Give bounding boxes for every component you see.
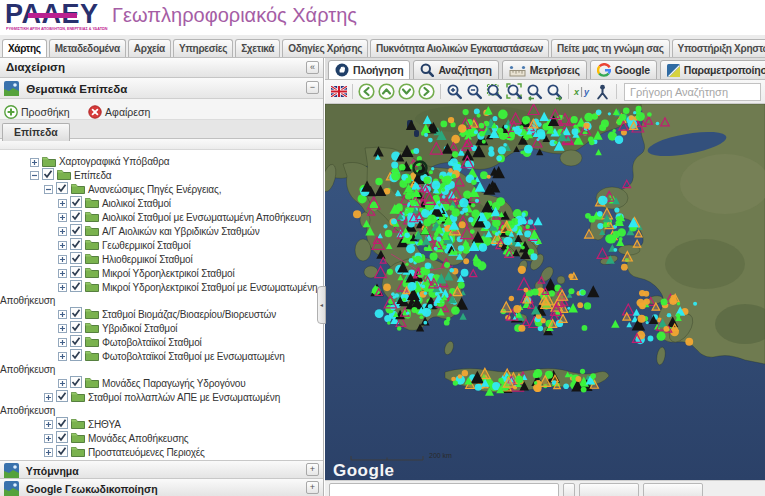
layer-tree-item[interactable]: Γεωθερμικοί Σταθμοί (0, 238, 323, 252)
uk-flag-button[interactable] (329, 82, 348, 101)
zoom-extent-button[interactable] (505, 82, 524, 101)
zoom-window-button[interactable] (485, 82, 504, 101)
layer-label[interactable]: Προστατευόμενες Περιοχές (88, 447, 205, 458)
pan-up-button[interactable] (377, 82, 396, 101)
layer-tree-item[interactable]: Σταθμοί πολλαπλών ΑΠΕ με Ενσωματωμένη Απ… (0, 390, 323, 417)
layer-label[interactable]: Α/Γ Αιολικών και Υβριδικών Σταθμών (102, 226, 260, 237)
layer-tree-item[interactable]: Φωτοβολταϊκοί Σταθμοί (0, 335, 323, 349)
legend-accordion[interactable]: Υπόμνημα + (0, 460, 323, 478)
xy-coords-button[interactable]: xy (573, 82, 592, 101)
checkbox-icon (70, 266, 82, 278)
layer-label[interactable]: Σταθμοί Βιομάζας/Βιοαερίου/Βιορευστών (102, 308, 276, 319)
main-menubar: ΧάρτηςΜεταδεδομέναΑρχείαΥπηρεσίεςΣχετικά… (0, 35, 765, 58)
layer-tree-item[interactable]: Αιολικοί Σταθμοί με Ενσωματωμένη Αποθήκε… (0, 210, 323, 224)
tab-layers[interactable]: Επίπεδα (2, 123, 70, 141)
menu-tab-9[interactable]: Υποστήριξη Χρηστών (672, 39, 765, 58)
quick-search-input[interactable] (624, 83, 761, 101)
add-layer-button[interactable]: Προσθήκη (4, 105, 70, 119)
layer-tree-item[interactable]: ΣΗΘΥΑ (0, 417, 323, 431)
tree-toggle-icon (30, 158, 39, 167)
zoom-in-button[interactable] (445, 82, 464, 101)
route-tool-button[interactable] (593, 82, 612, 101)
menu-tab-7[interactable]: Πυκνότητα Αιολικών Εγκαταστάσεων (370, 39, 549, 58)
remove-layer-button[interactable]: Αφαίρεση (88, 105, 150, 119)
folder-icon (85, 281, 99, 292)
thematic-layers-bar[interactable]: Θεματικά Επίπεδα − (0, 78, 323, 99)
map-tab-5[interactable]: Παραμετροποίηση (660, 60, 765, 80)
map-tab-2[interactable]: Αναζήτηση (413, 60, 498, 80)
layer-label[interactable]: Μονάδες Παραγωγής Υδρογόνου (102, 378, 246, 389)
layer-tree-item[interactable]: Α/Γ Αιολικών και Υβριδικών Σταθμών (0, 224, 323, 238)
folder-icon (71, 391, 85, 402)
tree-toggle-icon (58, 310, 67, 319)
layer-label[interactable]: Μικροί Υδροηλεκτρικοί Σταθμοί (102, 267, 234, 278)
map-toolbar: xy (325, 80, 765, 104)
tree-toggle-icon (44, 185, 53, 194)
status-input[interactable] (329, 483, 559, 496)
zoom-out-button[interactable] (465, 82, 484, 101)
layer-label[interactable]: Αιολικοί Σταθμοί με Ενσωματωμένη Αποθήκε… (102, 212, 311, 223)
folder-icon (57, 169, 71, 180)
agency-logo[interactable]: ΡΑΑΕΥ ΡΥΘΜΙΣΤΙΚΗ ΑΡΧΗ ΑΠΟΒΛΗΤΩΝ, ΕΝΕΡΓΕΙ… (5, 0, 115, 35)
zoom-prev-button[interactable] (525, 82, 544, 101)
layer-tree-item[interactable]: Προστατευόμενες Περιοχές (0, 445, 323, 459)
layer-label[interactable]: Γεωθερμικοί Σταθμοί (102, 239, 190, 250)
layer-label[interactable]: Υβριδικοί Σταθμοί (102, 322, 177, 333)
status-button-1[interactable] (579, 483, 639, 496)
menu-tab-8[interactable]: Πείτε μας τη γνώμη σας (551, 39, 670, 58)
map-tab-4[interactable]: Google (590, 60, 657, 80)
panel-collapse-button[interactable]: « (306, 61, 319, 74)
layer-label[interactable]: Φωτοβολταϊκοί Σταθμοί με Ενσωματωμένη Απ… (0, 350, 285, 374)
google-g-icon (597, 64, 615, 76)
geocoding-expand-button[interactable]: + (306, 481, 319, 494)
menu-tab-2[interactable]: Μεταδεδομένα (49, 39, 126, 58)
layer-label[interactable]: Μικροί Υδροηλεκτρικοί Σταθμοί με Ενσωματ… (0, 281, 317, 305)
layer-tree-item[interactable]: Σταθμοί Βιομάζας/Βιοαερίου/Βιορευστών (0, 307, 323, 321)
layer-label[interactable]: Επίπεδα (74, 170, 111, 181)
layer-label[interactable]: ΣΗΘΥΑ (88, 419, 121, 430)
status-small-button[interactable] (563, 483, 575, 496)
menu-tab-1[interactable]: Χάρτης (2, 39, 47, 58)
layer-tree-item[interactable]: Μικροί Υδροηλεκτρικοί Σταθμοί με Ενσωματ… (0, 280, 323, 307)
legend-label: Υπόμνημα (26, 465, 79, 477)
layer-tree-item[interactable]: Ανανεώσιμες Πηγές Ενέργειας, (0, 182, 323, 196)
layer-tree-item[interactable]: Μονάδες Παραγωγής Υδρογόνου (0, 376, 323, 390)
layer-tree-item[interactable]: Χαρτογραφικά Υπόβαθρα (0, 155, 323, 168)
pan-down-button[interactable] (397, 82, 416, 101)
layer-tree-item[interactable]: Μονάδες Αποθήκευσης (0, 431, 323, 445)
geocoding-accordion[interactable]: Google Γεωκωδικοποίηση + (0, 478, 323, 496)
layer-label[interactable]: Φωτοβολταϊκοί Σταθμοί (102, 336, 202, 347)
layer-tree-item[interactable]: Αιολικοί Σταθμοί (0, 196, 323, 210)
tree-toggle-icon (58, 379, 67, 388)
layer-label[interactable]: Μονάδες Αποθήκευσης (88, 433, 189, 444)
layer-label[interactable]: Ηλιοθερμικοί Σταθμοί (102, 253, 193, 264)
menu-tab-5[interactable]: Σχετικά (235, 39, 280, 58)
menu-tab-3[interactable]: Αρχεία (128, 39, 171, 58)
tree-toggle-icon (30, 171, 39, 180)
pan-left-button[interactable] (357, 82, 376, 101)
checkbox-icon (70, 307, 82, 319)
map-tab-1[interactable]: Πλοήγηση (328, 60, 410, 80)
checkbox-icon (70, 210, 82, 222)
pan-right-button[interactable] (417, 82, 436, 101)
menu-tab-4[interactable]: Υπηρεσίες (173, 39, 233, 58)
layer-label[interactable]: Ανανεώσιμες Πηγές Ενέργειας, (88, 184, 221, 195)
layer-label[interactable]: Χαρτογραφικά Υπόβαθρα (59, 156, 169, 167)
menu-tab-6[interactable]: Οδηγίες Χρήσης (282, 39, 368, 58)
map-canvas[interactable]: 200 km Google (325, 104, 765, 480)
management-panel: Διαχείριση « Θεματικά Επίπεδα − Προσθήκη… (0, 58, 324, 496)
layer-tree-item[interactable]: Επίπεδα (0, 168, 323, 182)
map-tab-3[interactable]: Μετρήσεις (502, 60, 587, 80)
layer-label[interactable]: Σταθμοί πολλαπλών ΑΠΕ με Ενσωματωμένη Απ… (0, 391, 280, 415)
section-minimize-button[interactable]: − (306, 81, 319, 94)
layer-tree-item[interactable]: Φωτοβολταϊκοί Σταθμοί με Ενσωματωμένη Απ… (0, 349, 323, 376)
layer-tree-item[interactable]: Υβριδικοί Σταθμοί (0, 321, 323, 335)
tree-toggle-icon (58, 338, 67, 347)
zoom-next-button[interactable] (545, 82, 564, 101)
layer-label[interactable]: Αιολικοί Σταθμοί (102, 198, 171, 209)
status-button-2[interactable] (643, 483, 703, 496)
layer-tree-item[interactable]: Ηλιοθερμικοί Σταθμοί (0, 252, 323, 266)
layer-tree-item[interactable]: Μικροί Υδροηλεκτρικοί Σταθμοί (0, 266, 323, 280)
panel-collapse-handle[interactable]: ◂ (317, 286, 326, 324)
legend-expand-button[interactable]: + (306, 463, 319, 476)
